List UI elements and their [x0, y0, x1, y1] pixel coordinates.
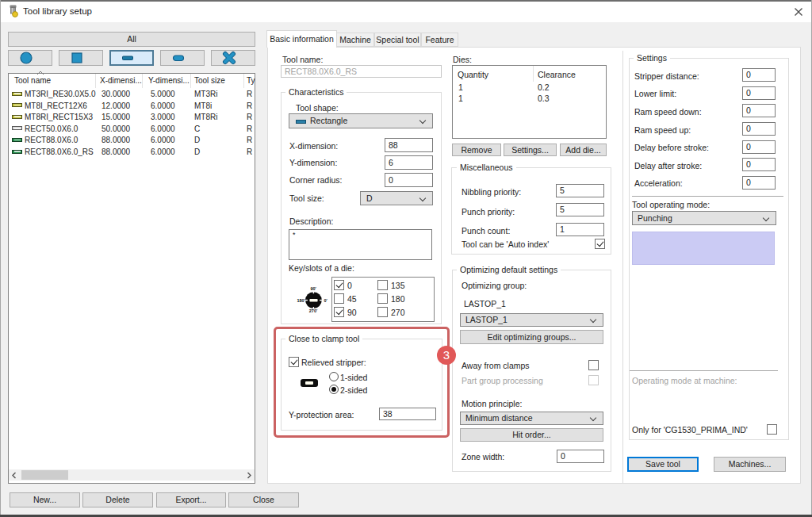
svg-text:90ʹ: 90ʹ — [311, 286, 317, 291]
svg-text:0ʹ: 0ʹ — [324, 298, 328, 303]
svg-text:180ʹ: 180ʹ — [297, 298, 306, 303]
svg-text:270ʹ: 270ʹ — [309, 308, 318, 313]
